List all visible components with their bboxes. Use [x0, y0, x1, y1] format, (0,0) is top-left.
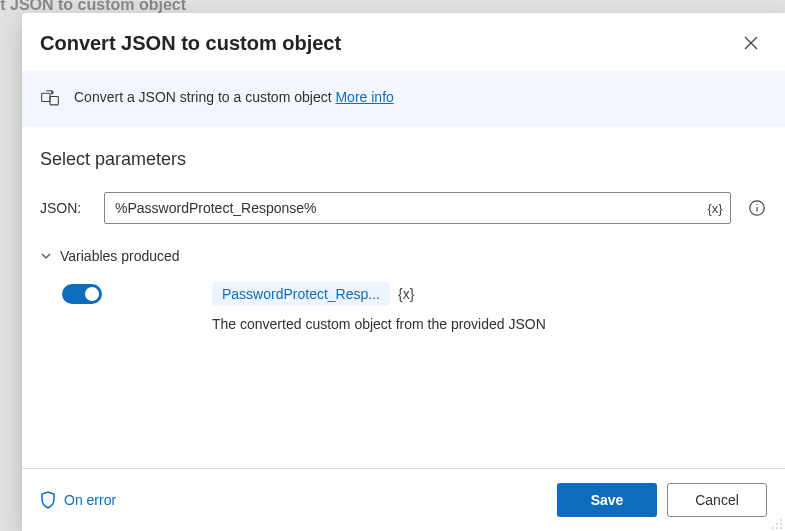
svg-point-10 — [772, 527, 774, 529]
info-icon — [748, 199, 766, 217]
banner-description: Convert a JSON string to a custom object — [74, 89, 335, 105]
svg-point-8 — [776, 523, 778, 525]
variable-enabled-toggle[interactable] — [62, 284, 102, 304]
close-icon — [744, 36, 758, 50]
svg-point-6 — [756, 204, 757, 205]
on-error-button[interactable]: On error — [40, 491, 116, 509]
dialog-title: Convert JSON to custom object — [40, 32, 341, 55]
convert-icon — [40, 89, 60, 109]
variable-details: PasswordProtect_Resp... {x} The converte… — [124, 282, 767, 332]
variable-description: The converted custom object from the pro… — [212, 316, 767, 332]
convert-json-dialog: Convert JSON to custom object Convert a … — [22, 13, 785, 531]
dialog-body: Select parameters JSON: {x} Variables pr… — [22, 127, 785, 468]
svg-rect-2 — [42, 93, 50, 101]
variable-type-glyph: {x} — [398, 286, 414, 302]
svg-point-7 — [780, 519, 782, 521]
cancel-button[interactable]: Cancel — [667, 483, 767, 517]
variable-name-chip[interactable]: PasswordProtect_Resp... — [212, 282, 390, 306]
footer-buttons: Save Cancel — [557, 483, 767, 517]
svg-point-11 — [776, 527, 778, 529]
on-error-label: On error — [64, 492, 116, 508]
resize-grip[interactable] — [771, 517, 783, 529]
param-json-label: JSON: — [40, 200, 96, 216]
dialog-header: Convert JSON to custom object — [22, 13, 785, 71]
variables-produced-label: Variables produced — [60, 248, 180, 264]
dialog-footer: On error Save Cancel — [22, 468, 785, 531]
more-info-link[interactable]: More info — [335, 89, 393, 105]
variables-produced-toggle[interactable]: Variables produced — [40, 248, 767, 264]
close-button[interactable] — [735, 27, 767, 59]
param-json-input[interactable] — [105, 193, 700, 223]
svg-rect-3 — [50, 97, 58, 105]
section-title: Select parameters — [40, 149, 767, 170]
param-json-info-button[interactable] — [747, 198, 767, 218]
svg-point-12 — [780, 527, 782, 529]
insert-variable-button[interactable]: {x} — [700, 193, 730, 223]
info-banner: Convert a JSON string to a custom object… — [22, 71, 785, 127]
shield-icon — [40, 491, 56, 509]
param-json-row: JSON: {x} — [40, 192, 767, 224]
chevron-down-icon — [40, 250, 52, 262]
save-button[interactable]: Save — [557, 483, 657, 517]
variables-produced-content: PasswordProtect_Resp... {x} The converte… — [40, 282, 767, 332]
svg-point-9 — [780, 523, 782, 525]
param-json-input-wrap: {x} — [104, 192, 731, 224]
